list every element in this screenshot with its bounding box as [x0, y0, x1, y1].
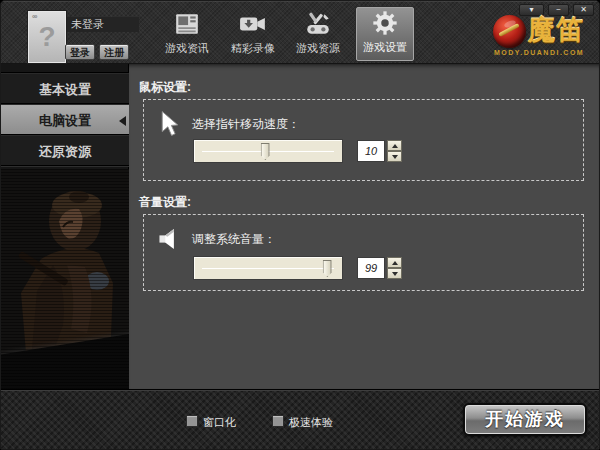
launcher-window: °° ? 未登录 登录 注册 游戏资讯 精彩录像 游戏资源	[0, 0, 600, 450]
tab-label: 游戏设置	[357, 40, 413, 55]
mouse-speed-value-input[interactable]: 10	[357, 140, 385, 162]
tab-label: 精彩录像	[223, 41, 283, 56]
volume-value-input[interactable]: 99	[357, 257, 385, 279]
mouse-speed-slider[interactable]	[193, 139, 343, 163]
sidebar-item-restore-resources[interactable]: 还原资源	[1, 135, 129, 166]
mouse-speed-label: 选择指针移动速度：	[192, 116, 300, 133]
mouse-section-title: 鼠标设置:	[139, 79, 191, 96]
sidebar: 基本设置 电脑设置 还原资源	[1, 64, 129, 389]
volume-section-title: 音量设置:	[139, 194, 191, 211]
spin-up-button[interactable]	[387, 257, 402, 268]
mouse-slider-thumb[interactable]	[261, 143, 270, 160]
game-resources-icon	[288, 9, 348, 39]
avatar[interactable]: °° ?	[28, 11, 66, 63]
gear-icon	[357, 8, 413, 38]
register-button[interactable]: 注册	[99, 44, 129, 60]
windowed-mode-checkbox[interactable]	[186, 415, 198, 427]
speaker-icon	[158, 227, 184, 255]
sidebar-menu: 基本设置 电脑设置 还原资源	[1, 72, 129, 167]
tab-replay-videos[interactable]: 精彩录像	[223, 9, 283, 61]
brand-name: 魔笛	[528, 13, 584, 47]
avatar-placeholder-glyph: ?	[38, 21, 55, 53]
mouse-settings-group: 选择指针移动速度： 10	[143, 99, 584, 181]
spin-down-button[interactable]	[387, 268, 402, 279]
spin-up-button[interactable]	[387, 140, 402, 151]
volume-slider[interactable]	[193, 256, 343, 280]
top-bar: °° ? 未登录 登录 注册 游戏资讯 精彩录像 游戏资源	[1, 1, 600, 64]
login-status-text: 未登录	[67, 17, 139, 32]
spin-down-button[interactable]	[387, 151, 402, 162]
mouse-speed-spinner	[387, 140, 402, 162]
news-icon	[157, 9, 217, 39]
tab-game-news[interactable]: 游戏资讯	[157, 9, 217, 61]
volume-label: 调整系统音量：	[192, 231, 276, 248]
bottom-bar: 窗口化 极速体验 开始游戏	[1, 389, 600, 450]
sidebar-item-computer-settings[interactable]: 电脑设置	[1, 104, 129, 135]
tab-label: 游戏资源	[288, 41, 348, 56]
flute-logo-icon	[493, 15, 526, 48]
volume-spinner	[387, 257, 402, 279]
settings-panel: 鼠标设置: 选择指针移动速度： 10 音量设置: 调整系统音	[129, 64, 600, 389]
tab-label: 游戏资讯	[157, 41, 217, 56]
video-icon	[223, 9, 283, 39]
volume-settings-group: 调整系统音量： 99	[143, 214, 584, 291]
brand-url: MODY.DUANDI.COM	[494, 49, 590, 56]
windowed-mode-label: 窗口化	[203, 415, 236, 430]
tab-game-settings-selected[interactable]: 游戏设置	[356, 7, 414, 61]
cursor-icon	[158, 110, 182, 142]
login-button[interactable]: 登录	[65, 44, 95, 60]
speed-mode-label: 极速体验	[289, 415, 333, 430]
speed-mode-checkbox[interactable]	[272, 415, 284, 427]
volume-slider-thumb[interactable]	[323, 260, 332, 277]
brand-logo: 魔笛 MODY.DUANDI.COM	[491, 12, 591, 60]
sidebar-item-basic-settings[interactable]: 基本设置	[1, 73, 129, 104]
slider-track	[202, 268, 334, 269]
character-artwork	[1, 169, 129, 389]
avatar-goggles-decoration: °°	[32, 14, 36, 23]
tab-game-resources[interactable]: 游戏资源	[288, 9, 348, 61]
start-game-button[interactable]: 开始游戏	[463, 403, 587, 436]
